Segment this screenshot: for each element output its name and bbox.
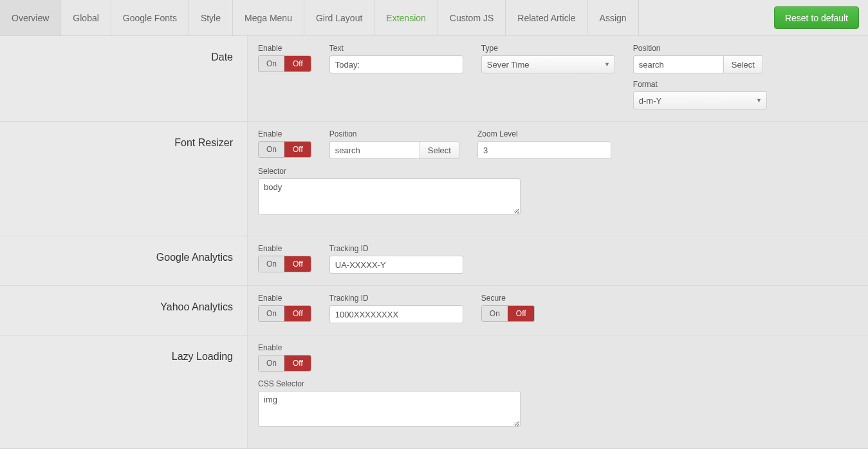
date-text-input[interactable]: [329, 55, 463, 73]
tab-custom-js[interactable]: Custom JS: [438, 0, 506, 35]
section-title-date: Date: [0, 36, 247, 121]
date-enable-toggle[interactable]: On Off: [258, 55, 311, 72]
top-bar: Overview Global Google Fonts Style Mega …: [0, 0, 868, 36]
ga-tracking-input[interactable]: [329, 256, 463, 274]
date-format-select[interactable]: d-m-Y: [633, 91, 767, 109]
toggle-off[interactable]: Off: [284, 56, 311, 71]
section-title-yahoo-analytics: Yahoo Analytics: [0, 286, 247, 335]
section-yahoo-analytics: Yahoo Analytics Enable On Off Tracking I…: [0, 286, 868, 335]
tab-global[interactable]: Global: [61, 0, 111, 35]
toggle-on[interactable]: On: [259, 142, 284, 157]
tab-google-fonts[interactable]: Google Fonts: [111, 0, 189, 35]
ya-tracking-input[interactable]: [329, 305, 463, 323]
tab-style[interactable]: Style: [189, 0, 233, 35]
date-position-input[interactable]: [633, 55, 723, 73]
ga-tracking-label: Tracking ID: [329, 244, 463, 253]
fr-position-select-button[interactable]: Select: [420, 141, 459, 159]
toggle-off[interactable]: Off: [508, 306, 534, 321]
date-text-label: Text: [329, 44, 463, 53]
ll-enable-label: Enable: [258, 343, 311, 352]
fr-selector-textarea[interactable]: [258, 178, 521, 214]
toggle-on[interactable]: On: [259, 256, 284, 272]
section-google-analytics: Google Analytics Enable On Off Tracking …: [0, 236, 868, 286]
ya-tracking-label: Tracking ID: [329, 294, 463, 303]
toggle-off[interactable]: Off: [284, 256, 311, 272]
tab-extension[interactable]: Extension: [374, 0, 438, 35]
reset-to-default-button[interactable]: Reset to default: [774, 6, 859, 29]
fr-zoom-label: Zoom Level: [477, 129, 611, 138]
tab-mega-menu[interactable]: Mega Menu: [233, 0, 304, 35]
ga-enable-label: Enable: [258, 244, 311, 253]
section-lazy-loading: Lazy Loading Enable On Off CSS Selector: [0, 335, 868, 449]
section-title-font-resizer: Font Resizer: [0, 122, 247, 236]
section-title-lazy-loading: Lazy Loading: [0, 335, 247, 448]
content: Date Enable On Off Text Type: [0, 36, 868, 449]
toggle-on[interactable]: On: [259, 355, 284, 371]
ya-enable-toggle[interactable]: On Off: [258, 305, 311, 322]
toggle-on[interactable]: On: [259, 306, 284, 321]
section-title-google-analytics: Google Analytics: [0, 236, 247, 285]
ya-secure-toggle[interactable]: On Off: [481, 305, 535, 322]
fr-position-input[interactable]: [329, 141, 420, 159]
fr-zoom-input[interactable]: [477, 141, 611, 159]
section-date: Date Enable On Off Text Type: [0, 36, 868, 122]
fr-position-label: Position: [329, 129, 459, 138]
toggle-on[interactable]: On: [482, 306, 508, 321]
ya-enable-label: Enable: [258, 294, 311, 303]
fr-selector-label: Selector: [258, 167, 858, 176]
fr-enable-toggle[interactable]: On Off: [258, 141, 311, 158]
date-type-label: Type: [481, 44, 615, 53]
ll-enable-toggle[interactable]: On Off: [258, 355, 311, 372]
section-font-resizer: Font Resizer Enable On Off Position Sele…: [0, 122, 868, 236]
tab-overview[interactable]: Overview: [0, 0, 61, 35]
ya-secure-label: Secure: [481, 294, 535, 303]
date-format-label: Format: [633, 80, 767, 89]
date-position-label: Position: [633, 44, 767, 53]
tab-assign[interactable]: Assign: [588, 0, 639, 35]
toggle-off[interactable]: Off: [284, 306, 311, 321]
date-position-select-button[interactable]: Select: [723, 55, 763, 73]
date-enable-label: Enable: [258, 44, 311, 53]
fr-enable-label: Enable: [258, 129, 311, 138]
toggle-on[interactable]: On: [259, 56, 284, 71]
tabs: Overview Global Google Fonts Style Mega …: [0, 0, 639, 35]
date-type-select[interactable]: Sever Time: [481, 55, 615, 73]
tab-related-article[interactable]: Related Article: [506, 0, 587, 35]
toggle-off[interactable]: Off: [284, 142, 311, 157]
ll-css-selector-textarea[interactable]: [258, 391, 521, 427]
toggle-off[interactable]: Off: [284, 355, 311, 371]
tab-gird-layout[interactable]: Gird Layout: [304, 0, 374, 35]
ga-enable-toggle[interactable]: On Off: [258, 256, 311, 272]
ll-css-selector-label: CSS Selector: [258, 379, 858, 388]
